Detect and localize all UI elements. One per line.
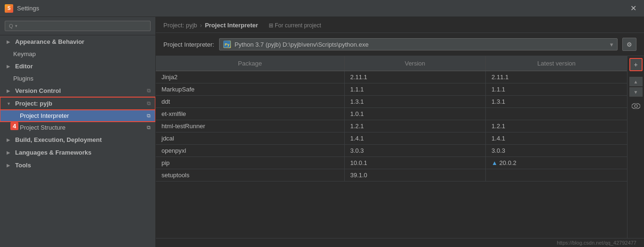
arrow-icon: ▶ [7,40,12,44]
cell-version: 3.0.3 [344,145,485,157]
breadcrumb-current: Project Interpreter [205,22,258,29]
sidebar-item-editor[interactable]: ▶ Editor [0,60,155,73]
cell-package: et-xmlfile [156,108,344,120]
cell-latest: 3.0.3 [486,145,627,157]
copy-icon: ⧉ [147,100,151,107]
close-button[interactable]: ✕ [627,3,639,14]
col-latest: Latest version [486,56,627,71]
sidebar-item-label: Editor [15,63,33,70]
table-row: openpyxl3.0.33.0.3 [156,145,627,157]
cell-package: Jinja2 [156,71,344,83]
table-row: jdcal1.4.11.4.1 [156,132,627,145]
sidebar-item-tools[interactable]: ▶ Tools [0,159,155,172]
cell-package: MarkupSafe [156,83,344,96]
search-input[interactable] [19,23,146,29]
cell-version: 1.3.1 [344,96,485,108]
eye-button[interactable] [629,99,643,113]
sidebar-item-label: Version Control [15,87,61,94]
cell-package: pip [156,157,344,169]
table-row: html-testRunner1.2.11.2.1 [156,120,627,132]
sidebar-item-appearance[interactable]: ▶ Appearance & Behavior [0,35,155,48]
sidebar-item-label: Project Structure [20,124,66,131]
sidebar-item-version-control[interactable]: ▶ Version Control ⧉ [0,84,155,97]
cell-version: 1.1.1 [344,83,485,96]
add-package-button[interactable]: + [629,58,643,71]
arrow-icon: ▶ [7,64,12,69]
sidebar-item-label: Project Interpreter [20,112,69,119]
main-layout: Q ▾ ▶ Appearance & Behavior Keymap ▶ Edi… [0,17,644,247]
cell-version: 1.0.1 [344,108,485,120]
interpreter-value: Python 3.7 (pyjb) D:\pyjb\venv\Scripts\p… [235,41,369,48]
cell-package: ddt [156,96,344,108]
sidebar-item-label: Appearance & Behavior [15,38,85,45]
cell-latest: 1.1.1 [486,83,627,96]
chevron-down-icon: ▾ [610,41,613,48]
sidebar-item-project-interpreter[interactable]: Project Interpreter ⧉ [0,110,155,122]
col-package: Package [156,56,344,71]
packages-table: Package Version Latest version Jinja22.1… [156,56,627,181]
sidebar-item-plugins[interactable]: Plugins [0,73,155,84]
cell-package: jdcal [156,132,344,145]
copy-icon: ⧉ [147,88,151,94]
arrow-icon: ▶ [7,89,12,93]
sidebar-item-build-execution[interactable]: ▶ Build, Execution, Deployment [0,133,155,146]
breadcrumb-parent: Project: pyjb [163,22,197,29]
cell-version: 1.2.1 [344,120,485,132]
svg-text:Py: Py [225,42,229,47]
svg-point-2 [632,103,640,109]
cell-version: 39.1.0 [344,169,485,181]
sidebar-item-label: Languages & Frameworks [15,149,92,156]
sidebar-item-label: Plugins [13,75,34,82]
sidebar-item-label: Keymap [13,50,36,58]
cell-latest [486,108,627,120]
table-row: et-xmlfile1.0.1 [156,108,627,120]
search-bar: Q ▾ [0,17,155,35]
sidebar-item-keymap[interactable]: Keymap [0,48,155,60]
sidebar-item-project-structure[interactable]: Project Structure ⧉ [0,122,155,133]
interpreter-row: Project Interpreter: Py Python 3.7 (pyjb… [156,33,644,56]
table-row: ddt1.3.11.3.1 [156,96,627,108]
for-project-label: ⊞ For current project [269,22,321,29]
badge-4: 4 [10,122,18,130]
cell-latest: 1.3.1 [486,96,627,108]
interpreter-label: Project Interpreter: [163,41,214,48]
app-icon: S [5,4,13,13]
sidebar-item-label: Project: pyjb [15,100,52,107]
col-version: Version [344,56,485,71]
right-buttons: + 5 ▲ ▼ [627,56,644,238]
copy-icon: ⧉ [147,113,151,119]
cell-latest: 1.4.1 [486,132,627,145]
arrow-icon: ▶ [7,163,12,168]
cell-version: 10.0.1 [344,157,485,169]
svg-point-3 [635,105,637,107]
sidebar-item-label: Tools [15,162,31,169]
table-row: Jinja22.11.12.11.1 [156,71,627,83]
sidebar-item-label: Build, Execution, Deployment [15,136,102,143]
scroll-up-button[interactable]: ▲ [629,77,643,86]
cell-version: 2.11.1 [344,71,485,83]
sidebar: Q ▾ ▶ Appearance & Behavior Keymap ▶ Edi… [0,17,156,247]
upgrade-arrow-icon: ▲ [491,159,499,166]
cell-package: openpyxl [156,145,344,157]
table-row: setuptools39.1.0 [156,169,627,181]
scroll-down-button[interactable]: ▼ [629,87,643,97]
arrow-icon: ▼ [7,101,12,106]
content-panel: Project: pyjb › Project Interpreter ⊞ Fo… [156,17,644,247]
window-title: Settings [17,5,39,12]
title-bar: S Settings ✕ [0,0,644,17]
table-row: pip10.0.1▲ 20.0.2 [156,157,627,169]
gear-button[interactable]: ⚙ [622,38,636,51]
search-wrapper[interactable]: Q ▾ [5,21,151,31]
sidebar-item-project-pyjb[interactable]: ▼ Project: pyjb ⧉ [0,97,155,110]
copy-icon: ⧉ [147,124,151,131]
interpreter-dropdown[interactable]: Py Python 3.7 (pyjb) D:\pyjb\venv\Script… [219,38,618,50]
sidebar-item-languages-frameworks[interactable]: ▶ Languages & Frameworks [0,146,155,159]
table-row: MarkupSafe1.1.11.1.1 [156,83,627,96]
packages-area: Package Version Latest version Jinja22.1… [156,56,644,238]
cell-version: 1.4.1 [344,132,485,145]
breadcrumb: Project: pyjb › Project Interpreter ⊞ Fo… [156,17,644,33]
search-icon: Q [9,23,13,29]
status-url: https://blog.csdn.net/qq_42792477 [557,240,636,246]
cell-latest: ▲ 20.0.2 [486,157,627,169]
cell-latest: 2.11.1 [486,71,627,83]
